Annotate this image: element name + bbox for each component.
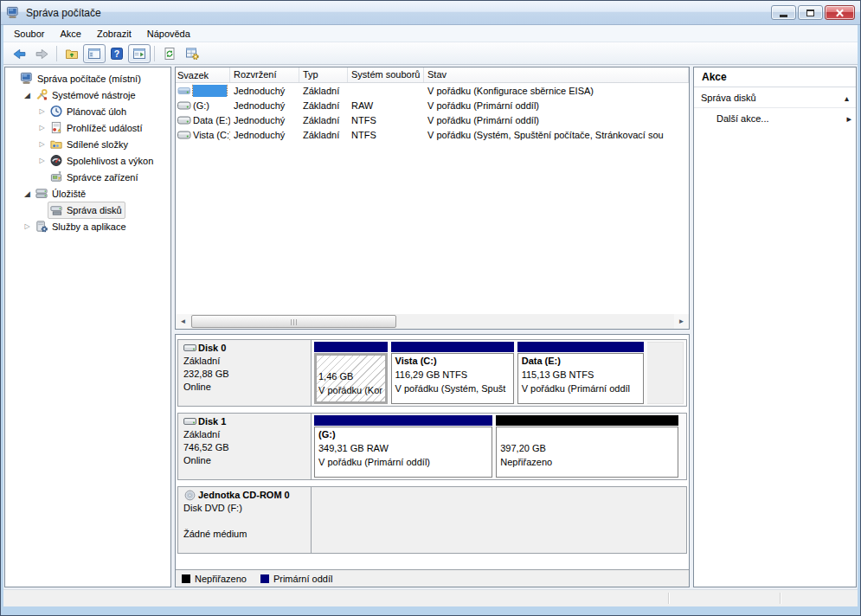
toolbar-forward-button[interactable] xyxy=(30,44,53,63)
volume-type-cell: Základní xyxy=(299,86,348,96)
tree-expander-icon[interactable] xyxy=(36,124,48,132)
volume-name-cell[interactable]: (G:) xyxy=(176,100,230,111)
column-header-svazek[interactable]: Svazek xyxy=(176,67,230,82)
tree-item-sluzby-a-aplikace[interactable]: Služby a aplikace xyxy=(5,218,170,234)
toolbar-up-one-level-button[interactable] xyxy=(61,44,83,63)
partition-data-e[interactable]: Data (E:) 115,13 GB NTFS V pořádku (Prim… xyxy=(517,342,644,404)
volume-name-cell[interactable]: Data (E:) xyxy=(176,115,230,125)
scroll-left-button[interactable] xyxy=(176,314,190,329)
column-header-typ[interactable]: Typ xyxy=(299,67,348,82)
toolbar-console-options-button[interactable] xyxy=(181,44,203,63)
tree-expander-icon[interactable] xyxy=(22,189,33,198)
scroll-right-button[interactable] xyxy=(674,314,689,329)
disk-info-line: 746,52 GB xyxy=(183,441,305,454)
tree-item-content[interactable]: Plánovač úloh xyxy=(48,103,130,120)
volume-row[interactable]: (G:) Jednoduchý Základní RAW V pořádku (… xyxy=(176,98,689,112)
tree-item-content[interactable]: Úložiště xyxy=(33,185,89,202)
event-viewer-icon xyxy=(49,121,64,135)
computer-icon xyxy=(20,72,35,86)
volume-list-header: SvazekRozvrženíTypSystém souborůStav xyxy=(176,67,689,83)
partition-body[interactable]: 397,20 GB Nepřiřazeno xyxy=(496,427,678,478)
tree-expander-icon[interactable] xyxy=(36,157,48,164)
menu-zobrazit[interactable]: Zobrazit xyxy=(89,26,139,42)
tree-item-sprava-disku[interactable]: Správa disků xyxy=(5,202,170,218)
menu-bar: SouborAkceZobrazitNápověda xyxy=(3,25,858,42)
tree-item-spravce-zarizeni[interactable]: Správce zařízení xyxy=(5,169,170,185)
tree-item-planovac-uloh[interactable]: Plánovač úloh xyxy=(5,103,170,119)
volume-icon xyxy=(177,130,191,140)
tree-item-systemove-nastroje[interactable]: Systémové nástroje xyxy=(5,87,170,103)
toolbar-toggle-console-tree-button[interactable] xyxy=(83,44,106,63)
tree-item-content[interactable]: Systémové nástroje xyxy=(33,87,139,104)
tree-item-content[interactable]: Správce zařízení xyxy=(48,169,142,186)
tree-item-sprava-pocitace-mistni[interactable]: Správa počítače (místní) xyxy=(5,70,170,87)
volume-row[interactable]: Data (E:) Jednoduchý Základní NTFS V poř… xyxy=(176,112,689,127)
partition-size: 349,31 GB RAW xyxy=(318,441,488,455)
tree-item-content[interactable]: Prohlížeč událostí xyxy=(48,119,145,137)
disk-partition-area xyxy=(312,486,687,554)
volume-filesystem-cell: RAW xyxy=(348,100,424,111)
tree-item-content[interactable]: Správa disků xyxy=(48,202,125,219)
tree-item-label: Spolehlivost a výkon xyxy=(64,156,153,166)
partition-body[interactable]: Vista (C:) 116,29 GB NTFS V pořádku (Sys… xyxy=(391,353,514,404)
column-header-system-souboru[interactable]: Systém souborů xyxy=(348,67,424,82)
disk-name: Jednotka CD-ROM 0 xyxy=(198,489,290,502)
volume-row[interactable]: Jednoduchý Základní V pořádku (Konfigura… xyxy=(176,83,689,98)
volume-filesystem-cell: NTFS xyxy=(348,115,424,125)
disk-info-line: Základní xyxy=(183,428,305,441)
tree-item-uloziste[interactable]: Úložiště xyxy=(5,185,170,202)
tree-item-content[interactable]: Služby a aplikace xyxy=(33,218,130,235)
partition-label: Data (E:) xyxy=(522,354,639,368)
partition-body[interactable]: 1,46 GB V pořádku (Kor xyxy=(314,353,388,404)
volume-name-cell[interactable] xyxy=(176,85,230,97)
volume-status-cell: V pořádku (Primární oddíl) xyxy=(424,100,689,111)
volume-type-cell: Základní xyxy=(299,130,348,140)
partition-body[interactable]: (G:) 349,31 GB RAW V pořádku (Primární o… xyxy=(314,427,492,478)
volume-name-cell[interactable]: Vista (C:) xyxy=(176,130,230,140)
menu-napoveda[interactable]: Nápověda xyxy=(139,26,198,42)
partition-g[interactable]: (G:) 349,31 GB RAW V pořádku (Primární o… xyxy=(314,415,492,478)
close-button[interactable] xyxy=(825,5,855,20)
tree-item-content[interactable]: Sdílené složky xyxy=(48,136,132,153)
tree-item-prohlizec-udalosti[interactable]: Prohlížeč událostí xyxy=(5,119,170,136)
restore-button[interactable] xyxy=(798,5,823,20)
actions-group-disk-management[interactable]: Správa disků xyxy=(694,87,856,108)
tree-item-content[interactable]: Spolehlivost a výkon xyxy=(48,152,157,170)
volume-row[interactable]: Vista (C:) Jednoduchý Základní NTFS V po… xyxy=(176,127,689,142)
disk-name: Disk 0 xyxy=(198,342,226,355)
horizontal-scrollbar[interactable] xyxy=(176,314,689,329)
menu-akce[interactable]: Akce xyxy=(52,26,88,42)
disk-label[interactable]: Jednotka CD-ROM 0 Disk DVD (F:)Žádné méd… xyxy=(177,486,312,554)
tree-item-content[interactable]: Správa počítače (místní) xyxy=(18,70,145,87)
volume-status-cell: V pořádku (Konfigurace sběrnice EISA) xyxy=(424,86,689,96)
tree-item-label: Služby a aplikace xyxy=(49,221,126,232)
tree-item-sdilene-slozky[interactable]: Sdílené složky xyxy=(5,136,170,152)
menu-soubor[interactable]: Soubor xyxy=(6,26,52,42)
device-manager-icon xyxy=(49,170,64,184)
toolbar-back-button[interactable] xyxy=(8,44,30,63)
tree-expander-icon[interactable] xyxy=(22,91,33,99)
toolbar-toggle-action-pane-button[interactable] xyxy=(128,44,151,63)
disk-info-line: Žádné médium xyxy=(183,528,305,541)
column-header-stav[interactable]: Stav xyxy=(424,67,689,82)
title-bar[interactable]: Správa počítače xyxy=(1,1,860,25)
collapse-group-icon[interactable] xyxy=(845,93,849,103)
toolbar-help-button[interactable]: ? xyxy=(106,44,128,63)
partition-v-poradku-kor[interactable]: 1,46 GB V pořádku (Kor xyxy=(314,342,388,404)
minimize-button[interactable] xyxy=(771,5,796,20)
tree-item-spolehlivost-a-vykon[interactable]: Spolehlivost a výkon xyxy=(5,152,170,169)
partition-status: V pořádku (Kor xyxy=(318,383,383,397)
partition-body[interactable]: Data (E:) 115,13 GB NTFS V pořádku (Prim… xyxy=(517,353,644,404)
more-actions-item[interactable]: Další akce... xyxy=(694,108,856,129)
disk-label[interactable]: Disk 1 Základní746,52 GBOnline xyxy=(177,413,312,480)
scrollbar-thumb[interactable] xyxy=(191,315,396,328)
tree-expander-icon[interactable] xyxy=(22,222,33,230)
partition-status: Nepřiřazeno xyxy=(500,455,674,469)
partition-vista-c[interactable]: Vista (C:) 116,29 GB NTFS V pořádku (Sys… xyxy=(391,342,514,404)
column-header-rozvrzeni[interactable]: Rozvržení xyxy=(230,67,299,82)
tree-expander-icon[interactable] xyxy=(36,140,48,148)
disk-label[interactable]: Disk 0 Základní232,88 GBOnline xyxy=(177,339,312,407)
tree-expander-icon[interactable] xyxy=(36,107,48,115)
toolbar-refresh-button[interactable] xyxy=(158,44,181,63)
partition-neprirazeno[interactable]: 397,20 GB Nepřiřazeno xyxy=(496,415,678,478)
